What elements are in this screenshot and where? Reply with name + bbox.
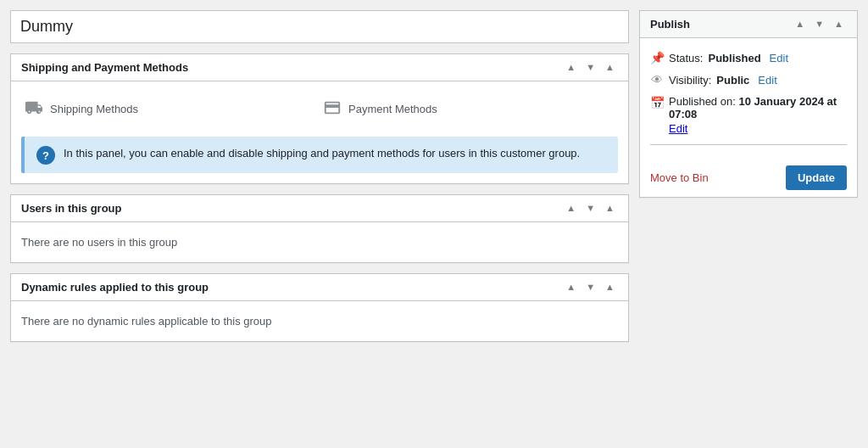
truck-icon xyxy=(25,98,43,120)
info-text: In this panel, you can enable and disabl… xyxy=(64,145,580,162)
visibility-icon: 👁 xyxy=(650,73,664,87)
dynamic-rules-title: Dynamic rules applied to this group xyxy=(21,281,209,294)
publish-divider xyxy=(650,144,847,145)
calendar-icon: 📅 xyxy=(650,96,664,109)
users-body: There are no users in this group xyxy=(11,222,628,262)
dynamic-rules-down-button[interactable]: ▼ xyxy=(582,281,598,294)
shipping-payment-metabox: Shipping and Payment Methods ▲ ▼ ▲ xyxy=(10,53,629,184)
sidebar: Publish ▲ ▼ ▲ 📌 Status: Published Edit 👁 xyxy=(639,10,858,198)
info-box: ? In this panel, you can enable and disa… xyxy=(21,137,618,173)
payment-methods-label: Payment Methods xyxy=(348,103,437,115)
publish-metabox: Publish ▲ ▼ ▲ 📌 Status: Published Edit 👁 xyxy=(639,10,858,198)
shipping-payment-title: Shipping and Payment Methods xyxy=(21,61,188,74)
status-icon: 📌 xyxy=(650,51,664,64)
info-icon: ? xyxy=(36,146,55,165)
published-on-label: Published on: xyxy=(669,95,736,108)
dynamic-rules-toggle-button[interactable]: ▲ xyxy=(602,281,618,294)
metabox-toggle-button[interactable]: ▲ xyxy=(602,61,618,74)
payment-methods-item[interactable]: Payment Methods xyxy=(320,92,618,126)
publish-footer: Move to Bin Update xyxy=(640,159,857,197)
dynamic-rules-empty-text: There are no dynamic rules applicable to… xyxy=(21,311,618,331)
shipping-payment-header[interactable]: Shipping and Payment Methods ▲ ▼ ▲ xyxy=(11,54,628,81)
card-icon xyxy=(323,98,342,120)
status-row: 📌 Status: Published Edit xyxy=(650,47,847,69)
metabox-down-button[interactable]: ▼ xyxy=(582,61,598,74)
users-title: Users in this group xyxy=(21,202,121,215)
methods-grid: Shipping Methods Payment Methods xyxy=(21,92,618,126)
published-date-content: Published on: 10 January 2024 at 07:08 E… xyxy=(669,95,847,135)
users-empty-text: There are no users in this group xyxy=(21,232,618,252)
shipping-methods-item[interactable]: Shipping Methods xyxy=(21,92,320,126)
users-up-button[interactable]: ▲ xyxy=(563,202,579,215)
metabox-controls: ▲ ▼ ▲ xyxy=(563,61,618,74)
dynamic-rules-up-button[interactable]: ▲ xyxy=(563,281,579,294)
users-metabox-controls: ▲ ▼ ▲ xyxy=(563,202,618,215)
publish-header[interactable]: Publish ▲ ▼ ▲ xyxy=(640,11,857,38)
visibility-value: Public xyxy=(716,74,749,87)
users-toggle-button[interactable]: ▲ xyxy=(602,202,618,215)
publish-controls: ▲ ▼ ▲ xyxy=(792,18,847,31)
shipping-payment-body: Shipping Methods Payment Methods ? In th… xyxy=(11,81,628,183)
users-metabox: Users in this group ▲ ▼ ▲ There are no u… xyxy=(10,194,629,263)
publish-toggle-button[interactable]: ▲ xyxy=(831,18,847,31)
dynamic-rules-metabox-controls: ▲ ▼ ▲ xyxy=(563,281,618,294)
publish-body: 📌 Status: Published Edit 👁 Visibility: P… xyxy=(640,38,857,159)
publish-up-button[interactable]: ▲ xyxy=(792,18,808,31)
status-value: Published xyxy=(708,52,760,64)
published-row: 📅 Published on: 10 January 2024 at 07:08… xyxy=(650,91,847,139)
publish-title: Publish xyxy=(650,18,690,31)
visibility-row: 👁 Visibility: Public Edit xyxy=(650,69,847,91)
metabox-up-button[interactable]: ▲ xyxy=(563,61,579,74)
visibility-edit-link[interactable]: Edit xyxy=(758,74,776,87)
status-edit-link[interactable]: Edit xyxy=(770,52,788,64)
update-button[interactable]: Update xyxy=(786,165,847,190)
shipping-methods-label: Shipping Methods xyxy=(50,103,138,115)
users-header[interactable]: Users in this group ▲ ▼ ▲ xyxy=(11,195,628,222)
dynamic-rules-metabox: Dynamic rules applied to this group ▲ ▼ … xyxy=(10,273,629,342)
status-label: Status: xyxy=(669,52,703,64)
dynamic-rules-body: There are no dynamic rules applicable to… xyxy=(11,301,628,341)
published-edit-link[interactable]: Edit xyxy=(669,122,847,135)
published-label-date: Published on: 10 January 2024 at 07:08 xyxy=(669,95,847,120)
post-title-input[interactable]: Dummy xyxy=(10,10,629,43)
users-down-button[interactable]: ▼ xyxy=(582,202,598,215)
visibility-label: Visibility: xyxy=(669,74,711,87)
move-to-bin-button[interactable]: Move to Bin xyxy=(650,171,709,184)
publish-down-button[interactable]: ▼ xyxy=(811,18,827,31)
dynamic-rules-header[interactable]: Dynamic rules applied to this group ▲ ▼ … xyxy=(11,274,628,301)
